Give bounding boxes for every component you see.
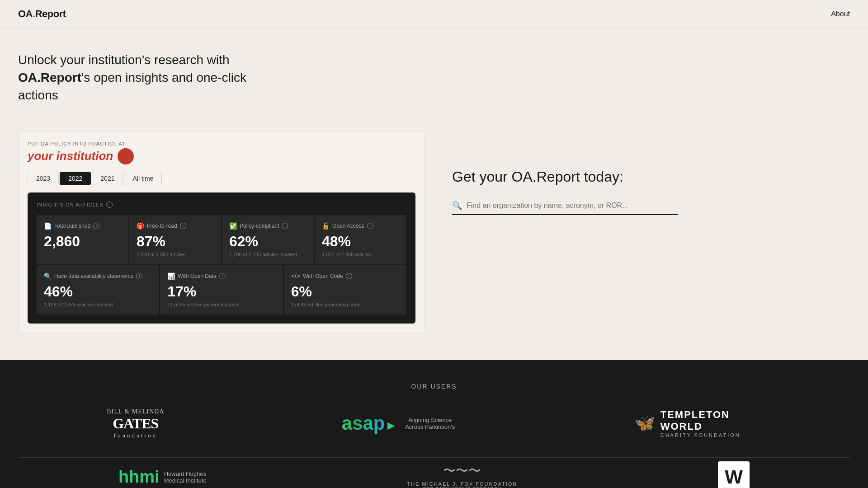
right-panel: Get your OA.Report today: 🔍 xyxy=(452,131,850,216)
hhmi-text: hhmi xyxy=(118,467,160,487)
stat-open-access: 🔓 Open Access i 48% 1,372 of 2,860 artic… xyxy=(315,215,406,264)
stat-policy-compliant: ✅ Policy-compliant i 62% 1,700 of 2,735 … xyxy=(222,215,314,264)
stat-oa-value: 48% xyxy=(322,233,399,250)
logo: OA.Report xyxy=(18,8,66,20)
butterfly-icon: 🦋 xyxy=(635,414,655,433)
stat-policy-header: ✅ Policy-compliant i xyxy=(229,222,307,230)
stat-da-value: 46% xyxy=(44,283,152,300)
hhmi-logo: hhmi Howard Hughes Medical Institute xyxy=(118,467,207,487)
stat-od-info-icon: i xyxy=(219,273,226,279)
stat-oc-value: 6% xyxy=(291,283,399,300)
red-dot-icon xyxy=(118,148,134,164)
unlock-icon: 🔓 xyxy=(322,222,330,230)
wellcome-w-text: W xyxy=(725,466,743,488)
stat-total-published: 📄 Total published i 2,860 xyxy=(37,215,128,264)
stat-oc-label: With Open Code xyxy=(303,273,343,279)
check-icon: ✅ xyxy=(229,222,237,230)
mjf-line1: THE MICHAEL J. FOX FOUNDATION xyxy=(407,481,517,487)
stat-policy-info-icon: i xyxy=(282,223,288,229)
stat-total-header: 📄 Total published i xyxy=(44,222,121,230)
logos-row-1: BILL & MELINDA GATES foundation asap► Al… xyxy=(18,408,850,439)
hhmi-line1: Howard Hughes xyxy=(164,470,207,477)
document-icon: 📄 xyxy=(44,222,52,230)
stat-od-header: 📊 With Open Data i xyxy=(167,272,275,280)
mjf-logo-inner: 〜〜〜 THE MICHAEL J. FOX FOUNDATION FOR PA… xyxy=(407,462,517,488)
tab-2022[interactable]: 2022 xyxy=(60,172,91,185)
insights-label-text: INSIGHTS ON ARTICLES xyxy=(37,202,104,207)
wellcome-logo: W xyxy=(718,461,750,488)
hero-section: Unlock your institution's research with … xyxy=(0,28,868,131)
year-tabs: 2023 2022 2021 All time xyxy=(28,172,415,185)
gates-logo: BILL & MELINDA GATES foundation xyxy=(107,408,164,439)
stat-free-sub: 2,500 of 2,860 articles xyxy=(137,252,214,257)
gates-logo-text: BILL & MELINDA GATES foundation xyxy=(107,408,164,439)
templeton-world-text: TEMPLETON WORLD xyxy=(660,409,761,432)
stat-total-value: 2,860 xyxy=(44,233,121,250)
tab-all-time[interactable]: All time xyxy=(124,172,162,185)
chart-icon: 📊 xyxy=(167,272,175,280)
stat-free-header: 🎁 Free-to-read i xyxy=(137,222,214,230)
hhmi-logo-inner: hhmi Howard Hughes Medical Institute xyxy=(118,467,207,487)
stat-total-info-icon: i xyxy=(93,223,99,229)
stat-free-to-read: 🎁 Free-to-read i 87% 2,500 of 2,860 arti… xyxy=(129,215,221,264)
stat-oa-info-icon: i xyxy=(367,223,373,229)
tab-2021[interactable]: 2021 xyxy=(92,172,123,185)
search-input[interactable] xyxy=(467,202,678,210)
gift-icon: 🎁 xyxy=(137,222,144,230)
asap-logo: asap► Aligning Science Across Parkinson'… xyxy=(342,413,457,434)
wellcome-logo-box: W xyxy=(718,461,750,488)
stat-oc-header: </> With Open Code i xyxy=(291,272,399,280)
get-report-title: Get your OA.Report today: xyxy=(452,168,850,187)
stat-oa-label: Open Access xyxy=(332,223,364,229)
stat-da-header: 🔍 Have data availability statements i xyxy=(44,272,152,280)
hhmi-line2: Medical Institute xyxy=(164,477,207,484)
search-box: 🔍 xyxy=(452,197,678,215)
our-users-label: OUR USERS xyxy=(18,383,850,390)
logo-report: Report xyxy=(35,8,66,19)
stat-od-sub: 11 of 65 articles generating data xyxy=(167,302,275,307)
asap-logo-block: asap► xyxy=(342,413,397,434)
asap-text: asap xyxy=(342,413,385,434)
hhmi-name-text: Howard Hughes Medical Institute xyxy=(164,470,207,484)
header: OA.Report About xyxy=(0,0,868,28)
main-content: PUT OA POLICY INTO PRACTICE AT your inst… xyxy=(0,131,868,333)
about-link[interactable]: About xyxy=(831,10,850,18)
hero-title-plain: Unlock your institution's research with xyxy=(18,53,230,67)
code-icon: </> xyxy=(291,272,300,280)
stat-open-data: 📊 With Open Data i 17% 11 of 65 articles… xyxy=(160,265,283,314)
logos-row-2: hhmi Howard Hughes Medical Institute 〜〜〜… xyxy=(18,461,850,488)
dashboard-dark: INSIGHTS ON ARTICLES i 📄 Total published… xyxy=(28,192,415,324)
mjf-wave-icon: 〜〜〜 xyxy=(407,462,517,479)
templeton-sub-text: CHARITY FOUNDATION xyxy=(660,432,761,438)
institution-name: your institution xyxy=(28,149,113,163)
asap-logo-inner: asap► Aligning Science Across Parkinson'… xyxy=(342,413,457,434)
footer-divider xyxy=(18,457,850,458)
mjf-logo: 〜〜〜 THE MICHAEL J. FOX FOUNDATION FOR PA… xyxy=(407,462,517,488)
put-oa-label: PUT OA POLICY INTO PRACTICE AT xyxy=(28,141,415,146)
logo-oa: OA xyxy=(18,8,33,19)
institution-row: your institution xyxy=(28,148,415,164)
stat-free-value: 87% xyxy=(137,233,214,250)
stat-open-code: </> With Open Code i 6% 3 of 48 articles… xyxy=(284,265,406,314)
hero-title: Unlock your institution's research with … xyxy=(18,51,289,104)
stat-free-label: Free-to-read xyxy=(147,223,177,229)
templeton-logo: 🦋 TEMPLETON WORLD CHARITY FOUNDATION xyxy=(635,409,761,438)
tab-2023[interactable]: 2023 xyxy=(28,172,59,185)
templeton-text: TEMPLETON WORLD CHARITY FOUNDATION xyxy=(660,409,761,438)
insights-info-icon: i xyxy=(106,202,113,208)
stats-grid-bottom: 🔍 Have data availability statements i 46… xyxy=(37,265,406,314)
stat-policy-sub: 1,700 of 2,735 articles covered xyxy=(229,252,307,257)
stat-oa-sub: 1,372 of 2,860 articles xyxy=(322,252,399,257)
dashboard-header: PUT OA POLICY INTO PRACTICE AT your inst… xyxy=(28,141,415,164)
stat-da-sub: 1,128 of 2,475 articles checked xyxy=(44,302,152,307)
mjf-text: THE MICHAEL J. FOX FOUNDATION FOR PARKIN… xyxy=(407,481,517,488)
stat-free-info-icon: i xyxy=(180,223,186,229)
asap-arrow-icon: ► xyxy=(385,418,398,432)
stat-total-label: Total published xyxy=(54,223,90,229)
stats-grid-top: 📄 Total published i 2,860 🎁 Free-to-read… xyxy=(37,215,406,264)
stat-policy-label: Policy-compliant xyxy=(240,223,279,229)
templeton-logo-inner: 🦋 TEMPLETON WORLD CHARITY FOUNDATION xyxy=(635,409,761,438)
stat-policy-value: 62% xyxy=(229,233,307,250)
stat-da-label: Have data availability statements xyxy=(54,273,133,279)
stat-oc-info-icon: i xyxy=(346,273,352,279)
